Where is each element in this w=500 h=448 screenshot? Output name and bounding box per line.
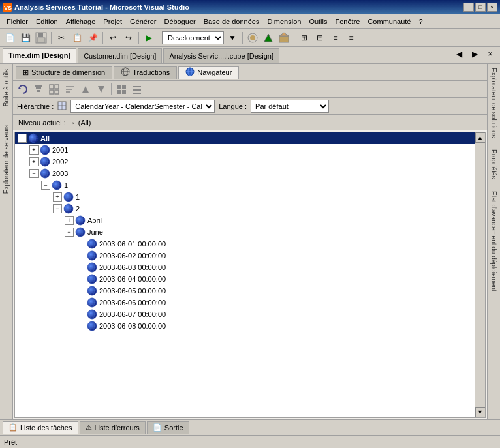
tree-expander-2003[interactable]: −: [29, 169, 39, 178]
close-button[interactable]: ×: [487, 3, 497, 12]
tree-node-2003-1-2-april[interactable]: + April: [15, 215, 485, 226]
filter-btn[interactable]: [31, 82, 46, 97]
btn3[interactable]: [277, 31, 291, 45]
menu-communaute[interactable]: Communauté: [364, 16, 414, 27]
btn5[interactable]: ⊟: [313, 31, 327, 45]
down-btn[interactable]: [94, 82, 108, 97]
tree-expander-2003-1-2[interactable]: −: [53, 204, 62, 213]
tree-node-2003-06-02[interactable]: 2003-06-02 00:00:00: [15, 250, 485, 261]
boite-outils-label[interactable]: Boite à outils: [3, 67, 10, 109]
sort-btn[interactable]: [63, 82, 77, 97]
tree-scrollbar[interactable]: ▲ ▼: [475, 132, 485, 417]
grid-btn[interactable]: [114, 82, 129, 97]
subtab-structure[interactable]: ⊞ Structure de dimension: [16, 66, 112, 79]
explorateur-serveurs-label[interactable]: Explorateur de serveurs: [3, 122, 10, 196]
refresh-btn[interactable]: [16, 82, 30, 97]
tree-node-2003-1[interactable]: − 1: [15, 179, 485, 191]
tree-expander-empty-2003-06-03[interactable]: [76, 263, 86, 272]
bottom-tab-erreurs[interactable]: ⚠ Liste d'erreurs: [80, 421, 146, 434]
copy-button[interactable]: 📋: [70, 31, 84, 45]
tab-scroll-left[interactable]: ◀: [452, 47, 466, 61]
tree-expander-all[interactable]: −: [18, 134, 27, 143]
tree-expand-btn[interactable]: [47, 82, 61, 97]
minimize-button[interactable]: _: [463, 3, 474, 12]
tree-node-2003-06-01[interactable]: 2003-06-01 00:00:00: [15, 238, 485, 250]
tree-node-2001[interactable]: + 2001: [15, 144, 485, 156]
menu-projet[interactable]: Projet: [99, 16, 126, 27]
menu-outils[interactable]: Outils: [305, 16, 331, 27]
tree-expander-2003-1-2-april[interactable]: +: [65, 216, 74, 225]
tree-expander-2003-1[interactable]: −: [41, 181, 50, 190]
langue-dropdown[interactable]: Par défaut: [251, 100, 329, 113]
menu-fichier[interactable]: Fichier: [3, 16, 32, 27]
tree-expander-empty-2003-06-05[interactable]: [76, 286, 86, 295]
menu-debogueur[interactable]: Déboguer: [160, 16, 199, 27]
explorateur-solutions-label[interactable]: Explorateur de solutions: [490, 65, 497, 140]
subtab-traductions[interactable]: Traductions: [114, 66, 177, 79]
paste-button[interactable]: 📌: [86, 31, 100, 45]
tree-expander-2001[interactable]: +: [29, 145, 39, 155]
btn7[interactable]: ≡: [344, 31, 358, 45]
tree-expander-empty-2003-06-02[interactable]: [76, 251, 86, 260]
tab-scroll-right[interactable]: ▶: [467, 47, 482, 61]
tree-expander-empty-2003-06-04[interactable]: [76, 275, 86, 284]
tree-expander-2002[interactable]: +: [29, 157, 39, 166]
bottom-tab-taches[interactable]: 📋 Liste des tâches: [3, 421, 78, 434]
list-btn[interactable]: [130, 82, 144, 97]
btn1[interactable]: [245, 31, 260, 45]
tab-customer-dim[interactable]: Customer.dim [Design]: [78, 48, 162, 63]
tree-node-2003-06-06[interactable]: 2003-06-06 00:00:00: [15, 297, 485, 308]
tree-view[interactable]: − All+ 2001+: [14, 132, 486, 418]
tree-node-2003-06-04[interactable]: 2003-06-04 00:00:00: [15, 273, 485, 285]
tree-node-2003[interactable]: − 2003: [15, 168, 485, 179]
title-bar-controls[interactable]: _ □ ×: [463, 3, 497, 12]
scroll-up-button[interactable]: ▲: [475, 132, 486, 143]
hierarchy-dropdown[interactable]: CalendarYear - CalendarSemester - Cal: [70, 100, 215, 113]
menu-affichage[interactable]: Affichage: [62, 16, 100, 27]
tree-expander-empty-2003-06-08[interactable]: [76, 321, 86, 331]
btn6[interactable]: ≡: [328, 31, 343, 45]
tab-cube[interactable]: Analysis Servic....l.cube [Design]: [163, 48, 279, 63]
tree-node-2003-1-2[interactable]: − 2: [15, 203, 485, 215]
tree-expander-empty-2003-06-06[interactable]: [76, 298, 86, 307]
save-all-button[interactable]: [34, 31, 48, 45]
tree-node-all[interactable]: − All: [15, 132, 485, 144]
bottom-tab-sortie[interactable]: 📄 Sortie: [147, 421, 189, 434]
tree-node-2003-06-08[interactable]: 2003-06-08 00:00:00: [15, 320, 485, 332]
cut-button[interactable]: ✂: [54, 31, 69, 45]
scroll-down-button[interactable]: ▼: [475, 407, 486, 417]
subtab-navigateur[interactable]: Navigateur: [178, 66, 239, 79]
menu-base-de-donnees[interactable]: Base de données: [200, 16, 264, 27]
tree-node-2003-06-03[interactable]: 2003-06-03 00:00:00: [15, 261, 485, 273]
save-button[interactable]: 💾: [18, 31, 33, 45]
tree-node-2003-1-2-june[interactable]: − June: [15, 226, 485, 238]
menu-edition[interactable]: Edition: [32, 16, 62, 27]
menu-aide[interactable]: ?: [414, 16, 426, 27]
btn4[interactable]: ⊞: [297, 31, 311, 45]
tree-node-2002[interactable]: + 2002: [15, 156, 485, 168]
etat-avancement-label[interactable]: Etat d'avancement du déploiement: [490, 188, 497, 294]
up-btn[interactable]: [78, 82, 93, 97]
tree-node-2003-06-05[interactable]: 2003-06-05 00:00:00: [15, 285, 485, 297]
proprietes-label[interactable]: Propriétés: [490, 147, 497, 182]
tree-node-2003-06-07[interactable]: 2003-06-07 00:00:00: [15, 308, 485, 320]
maximize-button[interactable]: □: [475, 3, 486, 12]
tree-node-2003-1-1[interactable]: + 1: [15, 191, 485, 203]
tree-expander-2003-1-2-june[interactable]: −: [65, 228, 74, 237]
redo-button[interactable]: ↪: [121, 31, 136, 45]
tree-expander-empty-2003-06-07[interactable]: [76, 310, 86, 319]
menu-fenetre[interactable]: Fenêtre: [332, 16, 364, 27]
tab-close[interactable]: ×: [483, 47, 497, 61]
configuration-dropdown[interactable]: Development: [162, 31, 224, 44]
menu-dimension[interactable]: Dimension: [263, 16, 305, 27]
undo-button[interactable]: ↩: [106, 31, 120, 45]
scrollbar-track[interactable]: [475, 143, 485, 407]
run-button[interactable]: ▶: [142, 31, 156, 45]
config-btn[interactable]: ▼: [225, 31, 240, 45]
tree-expander-empty-2003-06-01[interactable]: [76, 239, 86, 248]
tab-time-dim[interactable]: Time.dim [Design]: [3, 48, 76, 63]
btn2[interactable]: [261, 31, 275, 45]
tree-expander-2003-1-1[interactable]: +: [53, 192, 62, 202]
new-button[interactable]: 📄: [3, 31, 17, 45]
menu-generer[interactable]: Générer: [126, 16, 160, 27]
